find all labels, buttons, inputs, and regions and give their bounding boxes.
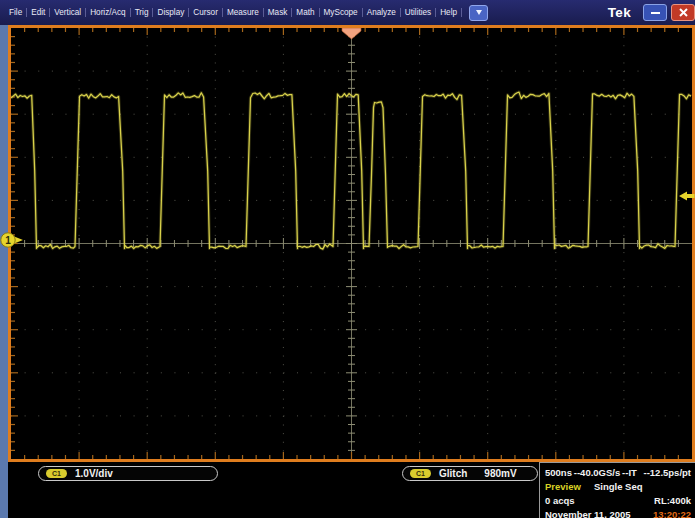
channel1-badge: C1 [46,469,67,478]
left-edge-strip [0,25,8,518]
menu-item-vertical[interactable]: Vertical [50,8,86,17]
trigger-readout[interactable]: C1 Glitch 980mV [402,466,538,481]
channel1-marker-label: 1 [5,235,11,246]
trigger-level-arrow-icon [679,192,695,201]
time-label: 13:20:22 [653,509,691,518]
menu-item-trig[interactable]: Trig [131,8,154,17]
menu-item-analyze[interactable]: Analyze [363,8,401,17]
sampling-mode-value: --IT [622,467,637,478]
resolution-value: --12.5ps/pt [643,467,691,478]
readout-band: C1 1.0V/div C1 Glitch 980mV 500ns --40.0… [8,462,695,518]
record-length: RL:400k [654,495,691,506]
trigger-source-badge: C1 [410,469,431,478]
scope-display [8,25,695,462]
menu-item-display[interactable]: Display [153,8,189,17]
menu-item-cursor[interactable]: Cursor [189,8,223,17]
acquisition-count: 0 acqs [545,495,575,506]
menu-item-help[interactable]: Help [436,8,462,17]
menu-item-mask[interactable]: Mask [264,8,293,17]
run-mode: Single Seq [594,481,643,492]
close-icon [679,8,688,17]
tek-logo: Tek [608,5,631,20]
trigger-level-arrow[interactable] [679,190,695,202]
timebase-value: 500ns [545,467,572,478]
menu-item-math[interactable]: Math [292,8,319,17]
menu-item-utilities[interactable]: Utilities [401,8,436,17]
close-button[interactable] [671,4,695,21]
menu-items: FileEditVerticalHoriz/AcqTrigDisplayCurs… [5,8,462,17]
menu-bar: FileEditVerticalHoriz/AcqTrigDisplayCurs… [0,0,695,25]
trigger-type-label: Glitch [439,468,467,479]
date-label: November 11, 2005 [545,509,631,518]
trigger-level-value: 980mV [484,468,516,479]
minimize-button[interactable] [643,4,667,21]
menu-item-edit[interactable]: Edit [27,8,50,17]
channel1-scale-label: 1.0V/div [75,468,113,479]
menu-item-myscope[interactable]: MyScope [320,8,363,17]
trigger-position-marker[interactable] [342,28,361,39]
menu-item-horiz-acq[interactable]: Horiz/Acq [86,8,131,17]
channel1-ground-marker[interactable]: 1 [0,231,26,249]
chevron-down-icon [476,10,482,15]
menu-item-measure[interactable]: Measure [223,8,264,17]
menu-dropdown-button[interactable] [469,5,488,21]
graticule-canvas [11,28,692,459]
menu-item-file[interactable]: File [5,8,27,17]
acquisition-panel: 500ns --40.0GS/s --IT --12.5ps/pt Previe… [539,462,695,518]
sample-rate-value: --40.0GS/s [574,467,620,478]
minimize-icon [651,12,660,14]
acquisition-state: Preview [545,481,581,492]
channel1-scale-readout[interactable]: C1 1.0V/div [38,466,218,481]
